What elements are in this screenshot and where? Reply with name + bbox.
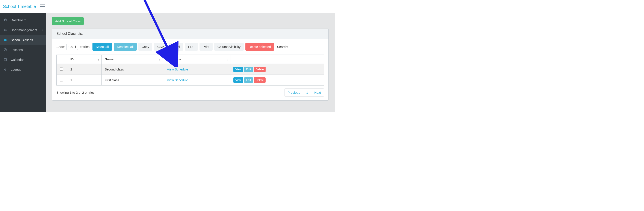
sidebar-item-label: Dashboard (11, 18, 26, 22)
sidebar-item-dashboard[interactable]: Dashboard (0, 15, 46, 25)
chevron-left-icon: ‹ (42, 29, 42, 31)
view-schedule-link[interactable]: View Schedule (167, 68, 188, 71)
svg-point-1 (6, 29, 6, 30)
calendar-icon (4, 58, 7, 62)
excel-button[interactable]: Excel (169, 43, 183, 51)
menu-toggle-icon[interactable] (40, 5, 45, 8)
deselect-all-button[interactable]: Deselect all (114, 43, 137, 51)
clock-icon (4, 48, 7, 52)
row-checkbox[interactable] (60, 78, 63, 81)
select-caret-icon: ▲▼ (75, 45, 76, 48)
cell-id: 1 (67, 75, 102, 86)
sidebar-item-logout[interactable]: Logout (0, 65, 46, 74)
view-schedule-link[interactable]: View Schedule (167, 78, 188, 82)
svg-point-0 (4, 29, 5, 30)
sidebar-item-label: User management (11, 28, 37, 32)
table-info: Showing 1 to 2 of 2 entries (56, 91, 94, 94)
dashboard-icon (4, 18, 7, 22)
pagination: Previous 1 Next (284, 89, 324, 96)
topbar: School Timetable (0, 0, 335, 13)
prev-page-button[interactable]: Previous (284, 89, 303, 96)
delete-button[interactable]: Delete (254, 67, 266, 72)
show-label: Show (56, 45, 64, 49)
entries-label: entries (80, 45, 90, 49)
col-select[interactable] (57, 55, 67, 64)
svg-rect-2 (5, 40, 6, 41)
cell-name: First class (102, 75, 164, 86)
school-class-table: ID ↑↓ Name ↑↓ Schedule ↑↓ (56, 55, 324, 86)
col-id[interactable]: ID ↑↓ (67, 55, 102, 64)
sidebar: Dashboard User management ‹ School Class… (0, 13, 46, 112)
svg-rect-4 (4, 58, 7, 61)
cell-id: 2 (67, 64, 102, 75)
users-icon (4, 28, 7, 32)
sort-icon: ↑↓ (159, 58, 162, 61)
csv-button[interactable]: CSV (154, 43, 167, 51)
table-row: 2 Second class View Schedule View Edit D… (57, 64, 324, 75)
row-checkbox[interactable] (60, 67, 63, 71)
delete-selected-button[interactable]: Delete selected (246, 43, 274, 51)
entries-value: 100 (68, 45, 73, 49)
sidebar-item-label: Calendar (11, 58, 24, 62)
column-visibility-button[interactable]: Column visibility (214, 43, 244, 51)
main-content: Add School Class School Class List Show … (46, 13, 335, 112)
search-label: Search: (277, 45, 288, 49)
view-button[interactable]: View (234, 67, 243, 72)
card-title: School Class List (52, 29, 328, 39)
cell-name: Second class (102, 64, 164, 75)
sidebar-item-label: Logout (11, 68, 20, 71)
page-1-button[interactable]: 1 (303, 89, 311, 96)
search-input[interactable] (290, 44, 324, 50)
delete-button[interactable]: Delete (254, 77, 266, 83)
next-page-button[interactable]: Next (311, 89, 324, 96)
sort-desc-icon: ↑↓ (96, 58, 99, 61)
edit-button[interactable]: Edit (244, 67, 253, 72)
col-actions (230, 55, 324, 64)
sort-icon: ↑↓ (225, 58, 228, 61)
logout-icon (4, 68, 7, 71)
select-all-button[interactable]: Select all (92, 43, 112, 51)
view-button[interactable]: View (234, 77, 243, 83)
sidebar-item-school-classes[interactable]: School Classes (0, 35, 46, 45)
copy-button[interactable]: Copy (138, 43, 152, 51)
table-toolbar: Show 100 ▲▼ entries Select all Deselect … (56, 43, 324, 51)
school-icon (4, 38, 7, 42)
col-schedule[interactable]: Schedule ↑↓ (164, 55, 230, 64)
add-school-class-button[interactable]: Add School Class (52, 17, 84, 25)
edit-button[interactable]: Edit (244, 77, 253, 83)
table-row: 1 First class View Schedule View Edit De… (57, 75, 324, 86)
entries-select[interactable]: 100 ▲▼ (66, 44, 78, 50)
pdf-button[interactable]: PDF (185, 43, 198, 51)
sidebar-item-lessons[interactable]: Lessons (0, 45, 46, 55)
sidebar-item-label: School Classes (11, 38, 33, 42)
sidebar-item-calendar[interactable]: Calendar (0, 55, 46, 65)
col-name[interactable]: Name ↑↓ (102, 55, 164, 64)
brand-title[interactable]: School Timetable (3, 4, 36, 9)
sidebar-item-user-management[interactable]: User management ‹ (0, 25, 46, 35)
print-button[interactable]: Print (200, 43, 212, 51)
school-class-card: School Class List Show 100 ▲▼ entries Se… (52, 29, 329, 101)
sidebar-item-label: Lessons (11, 48, 23, 52)
